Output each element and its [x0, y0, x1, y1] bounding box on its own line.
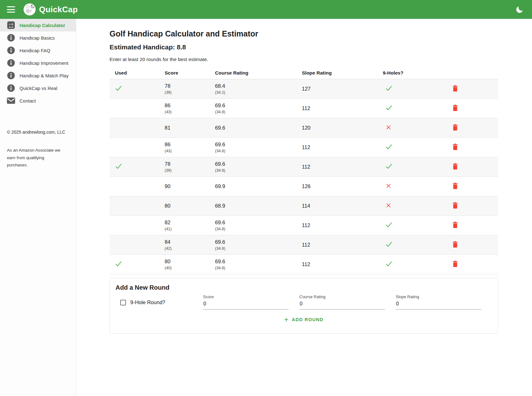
course-rating-cell: 68.9	[215, 203, 302, 209]
trash-icon	[452, 260, 458, 269]
delete-round-button[interactable]	[452, 143, 458, 152]
slope-rating-cell: 112	[302, 144, 383, 150]
score-cell: 80	[165, 203, 215, 209]
info-icon	[7, 71, 15, 80]
field-course-rating: Course Rating	[299, 294, 385, 310]
slope-rating-cell: 120	[302, 125, 383, 131]
main-content: Golf Handicap Calculator and Estimator E…	[76, 19, 532, 396]
column-header-score: Score	[165, 70, 215, 76]
moon-icon	[515, 5, 524, 14]
score-cell: 81	[165, 125, 215, 131]
column-header-9-holes-: 9-Holes?	[383, 70, 446, 76]
sidebar-item-handicap-improvement[interactable]: Handicap Improvement	[0, 57, 76, 69]
delete-round-button[interactable]	[452, 241, 458, 249]
trash-icon	[452, 143, 458, 152]
score-cell: 86(43)	[165, 141, 215, 154]
round-row: 78(39)68.4(34.2)127	[110, 79, 498, 99]
sidebar-item-contact[interactable]: Contact	[0, 94, 76, 107]
score-cell: 78(39)	[165, 83, 215, 95]
dark-mode-toggle[interactable]	[515, 5, 524, 14]
add-round-card: Add a New Round 9-Hole Round? ScoreCours…	[110, 278, 498, 334]
delete-round-button[interactable]	[452, 163, 458, 171]
sidebar-item-quickcap-vs-real[interactable]: QuickCap vs Real	[0, 82, 76, 94]
calculator-icon: −×+=	[7, 21, 15, 29]
trash-icon	[452, 163, 458, 171]
sidebar-item-handicap-basics[interactable]: Handicap Basics	[0, 31, 76, 44]
page-title: Golf Handicap Calculator and Estimator	[110, 28, 498, 39]
hamburger-icon	[7, 6, 15, 7]
score-cell: 80(40)	[165, 258, 215, 271]
round-row: 8068.9114	[110, 196, 498, 216]
course-rating-cell: 69.6(34.8)	[215, 141, 302, 154]
nine-holes-check-icon	[383, 241, 446, 249]
sidebar-item-handicap-match-play[interactable]: Handicap & Match Play	[0, 69, 76, 82]
trash-icon	[452, 104, 458, 113]
add-round-fields: ScoreCourse RatingSlope Rating	[203, 294, 492, 310]
slope-rating-cell: 112	[302, 242, 383, 248]
info-icon	[7, 84, 15, 92]
estimated-handicap: Estimated Handicap: 8.8	[110, 43, 498, 51]
delete-round-button[interactable]	[452, 124, 458, 132]
delete-round-button[interactable]	[452, 221, 458, 230]
slope-rating-cell: 112	[302, 105, 383, 111]
column-header-slope-rating: Slope Rating	[302, 70, 383, 76]
rounds-table-header: UsedScoreCourse RatingSlope Rating9-Hole…	[110, 67, 498, 79]
copyright-text: © 2025 andrewlong.com, LLC	[0, 130, 76, 135]
nine-holes-check-icon	[383, 260, 446, 269]
course-rating-cell: 69.6	[215, 125, 302, 131]
column-header-course-rating: Course Rating	[215, 70, 302, 76]
nine-holes-cross-icon	[383, 124, 446, 132]
nine-hole-checkbox[interactable]	[120, 300, 126, 305]
course-rating-input[interactable]	[299, 301, 385, 310]
sidebar-item-handicap-calculator[interactable]: −×+=Handicap Calculator	[0, 19, 76, 31]
plus-icon: +	[284, 316, 288, 323]
nine-holes-cross-icon	[383, 183, 446, 190]
trash-icon	[452, 85, 458, 93]
trash-icon	[452, 182, 458, 191]
sidebar-item-handicap-faq[interactable]: Handicap FAQ	[0, 44, 76, 57]
info-icon	[7, 46, 15, 54]
sidebar-item-label: Handicap & Match Play	[20, 73, 69, 78]
round-row: 86(43)69.6(34.8)112	[110, 138, 498, 157]
info-icon	[7, 59, 15, 67]
slope-rating-cell: 112	[302, 261, 383, 267]
slope-rating-input[interactable]	[396, 301, 481, 310]
trash-icon	[452, 241, 458, 249]
quickcap-logo-icon	[23, 3, 36, 16]
course-rating-cell: 69.6(34.8)	[215, 258, 302, 271]
add-round-button[interactable]: + ADD ROUND	[279, 313, 329, 326]
slope-rating-cell: 112	[302, 222, 383, 228]
delete-round-button[interactable]	[452, 182, 458, 191]
slope-rating-cell: 127	[302, 86, 383, 92]
score-input[interactable]	[203, 301, 289, 310]
sidebar-item-label: Contact	[20, 98, 36, 103]
rounds-table-body: 78(39)68.4(34.2)12786(43)69.6(34.8)11281…	[110, 79, 498, 274]
delete-round-button[interactable]	[452, 85, 458, 93]
slope-rating-cell: 114	[302, 203, 383, 209]
field-score: Score	[203, 294, 289, 310]
hamburger-menu-button[interactable]	[7, 6, 16, 13]
mail-icon	[7, 98, 15, 104]
rounds-table: UsedScoreCourse RatingSlope Rating9-Hole…	[110, 67, 498, 274]
app-title: QuickCap	[39, 5, 78, 14]
slope-rating-cell: 112	[302, 164, 383, 170]
column-header-used: Used	[110, 70, 165, 76]
sidebar-item-label: Handicap Basics	[20, 35, 55, 41]
sidebar-item-label: QuickCap vs Real	[20, 86, 57, 91]
nine-holes-check-icon	[383, 143, 446, 152]
used-check-icon	[110, 85, 165, 93]
nine-hole-checkbox-row[interactable]: 9-Hole Round?	[120, 294, 203, 305]
course-rating-cell: 68.4(34.2)	[215, 83, 302, 95]
delete-round-button[interactable]	[452, 104, 458, 113]
course-rating-cell: 69.9	[215, 183, 302, 190]
nine-hole-label: 9-Hole Round?	[130, 299, 165, 305]
delete-round-button[interactable]	[452, 260, 458, 269]
affiliate-note: As an Amazon Associate we earn from qual…	[0, 147, 69, 169]
field-slope-rating: Slope Rating	[396, 294, 481, 310]
used-check-icon	[110, 163, 165, 171]
round-row: 86(43)69.6(34.8)112	[110, 99, 498, 118]
trash-icon	[452, 124, 458, 132]
used-check-icon	[110, 260, 165, 269]
round-row: 8169.6120	[110, 118, 498, 138]
delete-round-button[interactable]	[452, 202, 458, 210]
